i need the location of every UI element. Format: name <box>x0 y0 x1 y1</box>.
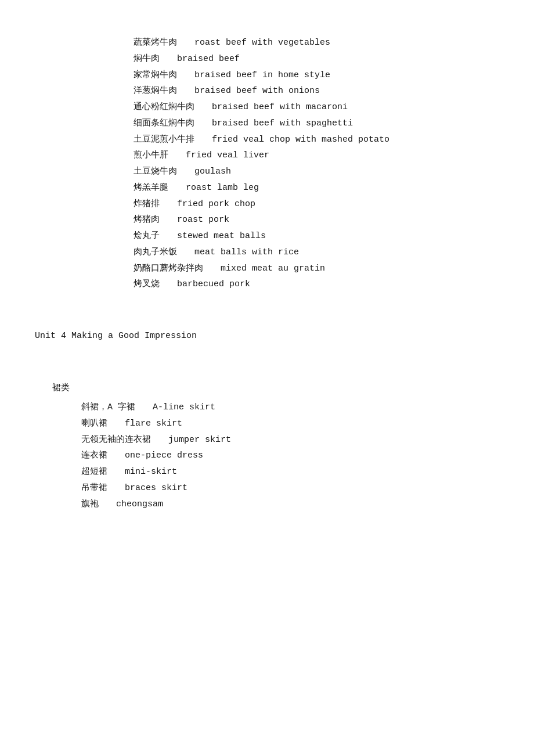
food-list-item: 肉丸子米饭 meat balls with rice <box>134 244 511 261</box>
food-list-item: 土豆泥煎小牛排 fried veal chop with mashed pota… <box>134 132 511 148</box>
food-list-item: 焖牛肉 braised beef <box>134 51 511 67</box>
skirt-list-item: 旗袍 cheongsam <box>81 496 511 513</box>
food-list-item: 煎小牛肝 fried veal liver <box>134 147 511 164</box>
food-list-item: 烩丸子 stewed meat balls <box>134 228 511 244</box>
category-title: 裙类 <box>52 380 511 397</box>
food-list-item: 蔬菜烤牛肉 roast beef with vegetables <box>134 35 511 51</box>
food-list-item: 炸猪排 fried pork chop <box>134 196 511 213</box>
category-section: 裙类 斜裙，A 字裙 A-line skirt喇叭裙 flare skirt无领… <box>52 380 511 512</box>
skirt-list-item: 喇叭裙 flare skirt <box>81 416 511 432</box>
skirt-list-item: 连衣裙 one-piece dress <box>81 448 511 464</box>
food-list-item: 细面条红焖牛肉 braised beef with spaghetti <box>134 116 511 132</box>
food-list: 蔬菜烤牛肉 roast beef with vegetables焖牛肉 brai… <box>134 35 511 293</box>
food-list-item: 烤叉烧 barbecued pork <box>134 276 511 293</box>
food-list-item: 通心粉红焖牛肉 braised beef with macaroni <box>134 99 511 116</box>
skirt-list: 斜裙，A 字裙 A-line skirt喇叭裙 flare skirt无领无袖的… <box>81 399 511 512</box>
unit-title: Unit 4 Making a Good Impression <box>35 327 511 345</box>
food-list-item: 烤猪肉 roast pork <box>134 212 511 228</box>
skirt-list-item: 超短裙 mini-skirt <box>81 464 511 480</box>
food-list-item: 家常焖牛肉 braised beef in home style <box>134 67 511 84</box>
food-list-item: 奶酪口蘑烤杂拌肉 mixed meat au gratin <box>134 261 511 277</box>
food-list-item: 洋葱焖牛肉 braised beef with onions <box>134 83 511 99</box>
food-list-item: 烤羔羊腿 roast lamb leg <box>134 180 511 196</box>
food-list-item: 土豆烧牛肉 goulash <box>134 164 511 180</box>
skirt-list-item: 无领无袖的连衣裙 jumper skirt <box>81 432 511 448</box>
skirt-list-item: 斜裙，A 字裙 A-line skirt <box>81 399 511 416</box>
skirt-list-item: 吊带裙 braces skirt <box>81 480 511 496</box>
